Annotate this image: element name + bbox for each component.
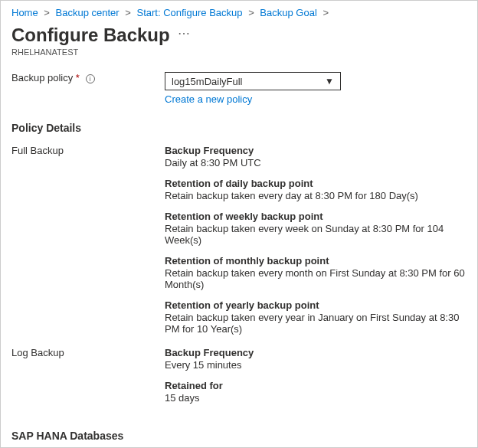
policy-detail: Retention of monthly backup point Retain… (165, 255, 467, 290)
policy-detail: Backup Frequency Daily at 8:30 PM UTC (165, 145, 467, 168)
backup-policy-select[interactable]: log15mDailyFull ▼ (165, 72, 341, 90)
backup-policy-label: Backup policy * i (11, 72, 165, 83)
info-icon[interactable]: i (86, 74, 95, 83)
chevron-right-icon: > (125, 7, 131, 18)
chevron-right-icon: > (44, 7, 50, 18)
policy-details-heading: Policy Details (11, 122, 467, 134)
policy-detail: Retention of weekly backup point Retain … (165, 211, 467, 246)
full-backup-label: Full Backup (11, 145, 165, 156)
policy-detail: Retained for 15 days (165, 380, 467, 404)
more-actions-icon[interactable]: ⋯ (178, 28, 190, 43)
breadcrumb-link[interactable]: Home (11, 7, 38, 18)
chevron-right-icon: > (248, 7, 254, 18)
log-backup-label: Log Backup (11, 347, 165, 358)
breadcrumb-link[interactable]: Backup center (56, 7, 120, 18)
breadcrumb-link[interactable]: Start: Configure Backup (136, 7, 242, 18)
policy-detail: Backup Frequency Every 15 minutes (165, 347, 467, 371)
required-marker: * (76, 72, 80, 83)
backup-policy-selected: log15mDailyFull (172, 76, 242, 87)
create-policy-link[interactable]: Create a new policy (165, 93, 252, 105)
chevron-down-icon: ▼ (325, 76, 334, 87)
policy-detail: Retention of daily backup point Retain b… (165, 178, 467, 201)
chevron-right-icon: > (322, 7, 329, 18)
databases-heading: SAP HANA Databases (11, 430, 467, 442)
page-title: Configure Backup (11, 25, 170, 46)
policy-detail: Retention of yearly backup point Retain … (165, 299, 467, 335)
breadcrumb: Home > Backup center > Start: Configure … (11, 7, 467, 18)
resource-name: RHELHANATEST (11, 47, 467, 57)
breadcrumb-link[interactable]: Backup Goal (260, 7, 316, 18)
